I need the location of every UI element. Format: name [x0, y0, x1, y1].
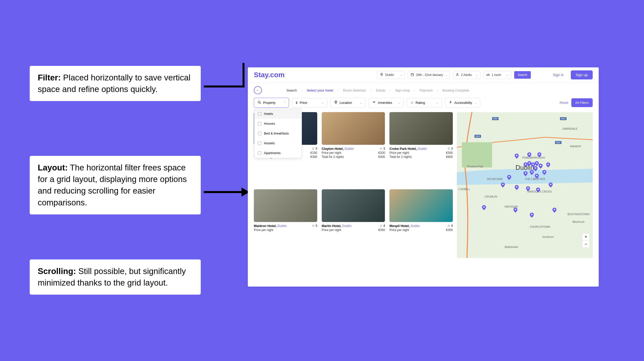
checkbox[interactable]: [258, 122, 261, 125]
hotel-card[interactable]: Mespil Hotel, Dublin ☆ 4 Price per night…: [389, 189, 453, 258]
svg-point-10: [529, 162, 530, 164]
dropdown-option-bnb[interactable]: Bed & breakfasts: [254, 128, 302, 138]
road-badge: M50: [474, 135, 481, 138]
map-pin[interactable]: [501, 183, 505, 188]
map-pin[interactable]: [535, 174, 539, 179]
hotel-name: Mespil Hotel,: [389, 224, 410, 228]
map-area-label: BOOTERSTOWN: [568, 213, 589, 216]
person-icon: [456, 73, 459, 77]
map-pin[interactable]: [507, 175, 511, 180]
rooms-input[interactable]: 1 room ⌄: [484, 71, 511, 79]
dropdown-option-houses[interactable]: Houses: [254, 119, 302, 128]
zoom-in-button[interactable]: +: [582, 234, 589, 241]
map-pin[interactable]: [527, 161, 531, 166]
chevron-down-icon: ⌄: [474, 101, 476, 104]
hotel-card[interactable]: Croke Park Hotel, Dublin ☆ 3 Price per n…: [389, 112, 453, 185]
destination-input[interactable]: Dublin ⌄: [377, 71, 405, 79]
hotel-card[interactable]: Clayton Hotel, Dublin ☆ 3 Price per nigh…: [322, 112, 385, 185]
step-search[interactable]: Search: [287, 88, 297, 92]
zoom-control: + −: [582, 233, 590, 248]
chevron-down-icon: ⌄: [476, 74, 478, 76]
total-value: €600: [446, 155, 453, 159]
hotel-image: [389, 189, 453, 222]
price-value: €350: [446, 228, 453, 232]
map-area-label: CHURCHTOWN: [530, 225, 550, 228]
accessibility-icon: [449, 101, 452, 105]
map-pin[interactable]: [513, 208, 517, 213]
reset-button[interactable]: Reset: [560, 101, 568, 105]
chevron-right-icon: ›: [437, 89, 438, 92]
chevron-down-icon: ⌄: [360, 101, 362, 104]
step-room-selection: Room Selection: [343, 88, 366, 92]
svg-point-19: [508, 176, 510, 177]
back-button[interactable]: ←: [254, 86, 262, 94]
map-pin[interactable]: [515, 154, 519, 159]
map-pin[interactable]: [546, 162, 550, 167]
total-value: €400: [378, 155, 385, 159]
price-label: Price per night: [322, 151, 341, 155]
map-pin[interactable]: [524, 162, 528, 167]
svg-point-2: [457, 73, 458, 75]
map-pin[interactable]: [534, 166, 538, 171]
hotel-image: [322, 112, 385, 145]
map-pin[interactable]: [539, 164, 543, 169]
svg-point-4: [336, 102, 336, 102]
checkbox[interactable]: [258, 142, 261, 145]
map-pin[interactable]: [515, 185, 519, 190]
checkbox[interactable]: [258, 112, 261, 116]
chevron-down-icon: ⌄: [436, 101, 438, 104]
map-pin[interactable]: [552, 208, 556, 213]
svg-point-24: [550, 184, 551, 185]
map[interactable]: Dublin DARNDALERAHENYPHIBSBOROUGHPhoenix…: [457, 112, 593, 258]
svg-point-12: [536, 162, 537, 164]
svg-point-18: [544, 171, 545, 172]
step-extras: Extras: [376, 88, 385, 92]
map-pin[interactable]: [527, 152, 531, 157]
signup-button[interactable]: Sign up: [571, 70, 593, 79]
map-pin[interactable]: [537, 152, 541, 157]
filter-location[interactable]: Location ⌄: [330, 98, 366, 108]
progress-steps: ← Search › Select your hotel › Room Sele…: [248, 83, 599, 98]
dropdown-option-apartments[interactable]: Apartments: [254, 148, 302, 158]
filter-price[interactable]: € Price ⌄: [292, 98, 327, 107]
dropdown-option-hostels[interactable]: Hostels: [254, 138, 302, 148]
map-pin[interactable]: [530, 170, 534, 175]
checkbox[interactable]: [258, 132, 261, 135]
search-button[interactable]: Search: [514, 71, 531, 79]
map-pin[interactable]: [482, 205, 486, 210]
hotel-card[interactable]: Marlin Hotel, Dublin ☆ 4 Price per night…: [322, 189, 385, 258]
map-pin[interactable]: [530, 213, 534, 218]
road-badge: M50: [492, 117, 499, 120]
guests-input[interactable]: 2 Adults ⌄: [453, 71, 480, 79]
map-pin[interactable]: [536, 188, 540, 193]
map-pin[interactable]: [549, 183, 553, 188]
signin-button[interactable]: Sign in: [549, 71, 568, 79]
hotel-rating: ☆ 4: [380, 224, 385, 228]
svg-point-13: [540, 165, 541, 166]
zoom-out-button[interactable]: −: [582, 241, 589, 248]
map-pin[interactable]: [526, 186, 530, 191]
chevron-down-icon: ⌄: [506, 74, 508, 76]
map-area-label: PHIBSBOROUGH: [522, 156, 545, 159]
map-area-label: INCHICORE: [487, 177, 503, 180]
filter-rating[interactable]: ☆ Rating ⌄: [407, 98, 442, 107]
filter-accessibility[interactable]: Accessibility ⌄: [445, 98, 480, 108]
hotel-city: Dublin: [277, 224, 287, 228]
hotel-card[interactable]: Maldron Hotel, Dublin ☆ 3 Price per nigh…: [254, 189, 317, 258]
map-area-label: LUEBELL: [458, 188, 470, 191]
hotel-rating: ☆ 3: [448, 147, 453, 151]
checkbox[interactable]: [258, 151, 261, 155]
step-select-hotel[interactable]: Select your hotel: [307, 88, 333, 92]
all-filters-button[interactable]: All Filters: [571, 98, 593, 107]
hotel-name: Croke Park Hotel,: [389, 147, 417, 151]
hotel-name: Clayton Hotel,: [322, 147, 344, 151]
svg-point-25: [483, 206, 485, 208]
map-pin[interactable]: [535, 161, 539, 166]
map-pin[interactable]: [542, 170, 546, 175]
dropdown-option-hotels[interactable]: Hotels: [254, 109, 302, 119]
filter-amenities[interactable]: Amenities ⌄: [369, 98, 404, 108]
dates-input[interactable]: 20th - 22nd January ⌄: [408, 71, 450, 79]
road-badge: M50: [560, 117, 567, 120]
filter-property[interactable]: Property ⌃ Hotels Houses Bed & breakfast…: [254, 98, 289, 108]
map-pin[interactable]: [524, 171, 528, 176]
